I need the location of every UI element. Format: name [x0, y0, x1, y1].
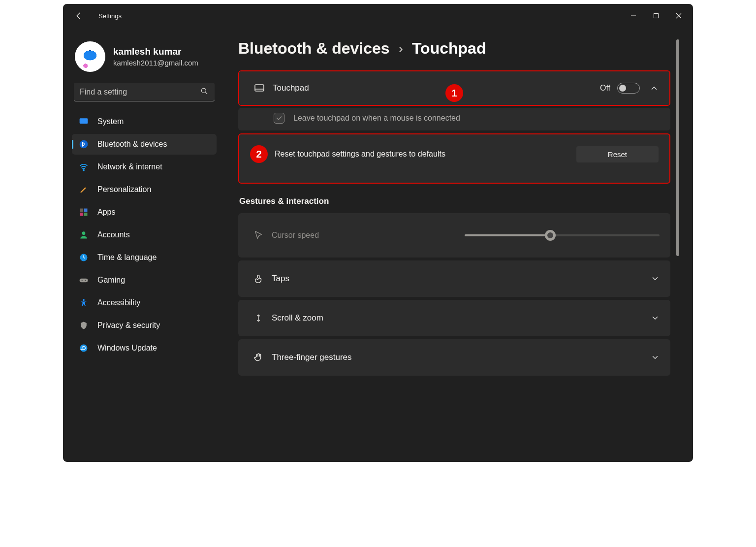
sidebar-item-label: Network & internet: [97, 162, 162, 171]
scroll-zoom-panel[interactable]: Scroll & zoom: [238, 300, 670, 336]
sidebar-item-bluetooth-devices[interactable]: Bluetooth & devices: [72, 134, 217, 155]
minimize-button[interactable]: [622, 8, 645, 24]
reset-label: Reset touchpad settings and gestures to …: [275, 149, 445, 160]
svg-point-14: [85, 280, 86, 281]
sidebar-item-label: Apps: [97, 208, 115, 217]
gamepad-icon: [79, 275, 89, 285]
sidebar-item-label: Accounts: [97, 230, 130, 239]
svg-rect-7: [84, 209, 88, 212]
sidebar-item-label: Windows Update: [97, 344, 157, 353]
svg-point-5: [83, 170, 84, 171]
touchpad-label: Touchpad: [273, 83, 309, 93]
monitor-icon: [79, 117, 89, 127]
user-block[interactable]: kamlesh kumar kamlesh2011@gmail.com: [72, 41, 217, 83]
search-box[interactable]: [74, 83, 215, 101]
svg-point-15: [83, 299, 85, 301]
hand-icon: [249, 352, 268, 363]
sidebar-item-label: Bluetooth & devices: [97, 140, 167, 149]
sidebar-item-personalization[interactable]: Personalization: [72, 179, 217, 200]
sidebar-item-accessibility[interactable]: Accessibility: [72, 292, 217, 313]
apps-icon: [79, 207, 89, 217]
sidebar-item-label: System: [97, 117, 124, 126]
annotation-box-1: 1 Touchpad Off: [238, 70, 670, 106]
chevron-down-icon: [651, 274, 660, 283]
person-icon: [79, 230, 89, 240]
svg-rect-8: [80, 213, 84, 216]
scroll-zoom-label: Scroll & zoom: [272, 313, 323, 323]
main-area: Bluetooth & devices › Touchpad 1 Touchpa…: [221, 28, 693, 462]
toggle-state-text: Off: [600, 84, 610, 93]
back-button[interactable]: [70, 7, 88, 25]
maximize-button[interactable]: [645, 8, 667, 24]
leave-touchpad-sub-panel: Leave touchpad on when a mouse is connec…: [238, 108, 670, 130]
chevron-down-icon: [651, 353, 660, 362]
avatar: [75, 41, 105, 72]
annotation-badge-2: 2: [250, 145, 268, 163]
search-input[interactable]: [80, 88, 200, 97]
user-email: kamlesh2011@gmail.com: [113, 59, 198, 67]
cursor-icon: [249, 230, 268, 241]
search-icon: [200, 87, 209, 97]
cursor-speed-slider[interactable]: [465, 234, 660, 236]
svg-rect-6: [80, 209, 84, 212]
paintbrush-icon: [79, 185, 89, 194]
sidebar-item-apps[interactable]: Apps: [72, 202, 217, 223]
touchpad-toggle[interactable]: [617, 83, 640, 94]
breadcrumb: Bluetooth & devices › Touchpad: [238, 39, 670, 58]
sidebar-item-label: Personalization: [97, 185, 151, 194]
svg-rect-0: [654, 14, 659, 18]
window-controls: [622, 8, 690, 24]
three-finger-label: Three-finger gestures: [272, 353, 352, 362]
svg-point-16: [80, 345, 88, 352]
update-icon: [79, 343, 89, 353]
sidebar: kamlesh kumar kamlesh2011@gmail.com Syst…: [63, 28, 221, 462]
shield-icon: [79, 321, 89, 330]
content: Bluetooth & devices › Touchpad 1 Touchpa…: [238, 39, 670, 462]
svg-rect-17: [255, 85, 264, 91]
bluetooth-icon: [79, 139, 89, 149]
svg-point-4: [80, 140, 88, 149]
taps-panel[interactable]: Taps: [238, 260, 670, 297]
chevron-right-icon: ›: [399, 41, 403, 57]
cursor-speed-label: Cursor speed: [272, 231, 319, 240]
breadcrumb-parent[interactable]: Bluetooth & devices: [238, 39, 390, 58]
sidebar-item-label: Privacy & security: [97, 321, 160, 330]
user-name: kamlesh kumar: [113, 46, 198, 57]
app-title: Settings: [98, 12, 122, 20]
scrollbar[interactable]: [674, 39, 681, 462]
gestures-section-title: Gestures & interaction: [239, 196, 670, 206]
settings-window: Settings kamlesh kumar kamlesh2011@gmail…: [63, 4, 693, 462]
chevron-up-icon[interactable]: [650, 84, 659, 93]
sidebar-item-windows-update[interactable]: Windows Update: [72, 338, 217, 358]
sidebar-item-label: Gaming: [97, 276, 125, 285]
svg-rect-9: [84, 213, 88, 216]
taps-label: Taps: [272, 274, 289, 284]
leave-touchpad-row[interactable]: Leave touchpad on when a mouse is connec…: [238, 108, 670, 130]
annotation-box-2: 2 Reset touchpad settings and gestures t…: [238, 133, 670, 184]
sidebar-item-gaming[interactable]: Gaming: [72, 270, 217, 290]
leave-touchpad-checkbox[interactable]: [274, 113, 284, 124]
three-finger-panel[interactable]: Three-finger gestures: [238, 339, 670, 376]
scrollbar-thumb[interactable]: [676, 39, 679, 256]
close-button[interactable]: [667, 8, 690, 24]
annotation-badge-1: 1: [445, 84, 463, 102]
sidebar-item-network[interactable]: Network & internet: [72, 157, 217, 177]
sidebar-item-time-language[interactable]: Time & language: [72, 247, 217, 268]
svg-point-1: [201, 88, 206, 93]
title-bar: Settings: [63, 4, 693, 28]
sidebar-item-system[interactable]: System: [72, 111, 217, 132]
clock-icon: [79, 253, 89, 262]
body: kamlesh kumar kamlesh2011@gmail.com Syst…: [63, 28, 693, 462]
svg-point-10: [82, 231, 86, 235]
sidebar-item-label: Time & language: [97, 253, 157, 262]
reset-button[interactable]: Reset: [576, 146, 659, 162]
sidebar-item-label: Accessibility: [97, 298, 140, 307]
svg-rect-12: [80, 279, 88, 283]
touchpad-icon: [250, 82, 269, 94]
sidebar-item-privacy-security[interactable]: Privacy & security: [72, 315, 217, 336]
svg-point-13: [82, 280, 83, 281]
scroll-icon: [249, 313, 268, 323]
leave-touchpad-label: Leave touchpad on when a mouse is connec…: [293, 114, 460, 123]
svg-rect-2: [80, 118, 88, 124]
sidebar-item-accounts[interactable]: Accounts: [72, 225, 217, 245]
